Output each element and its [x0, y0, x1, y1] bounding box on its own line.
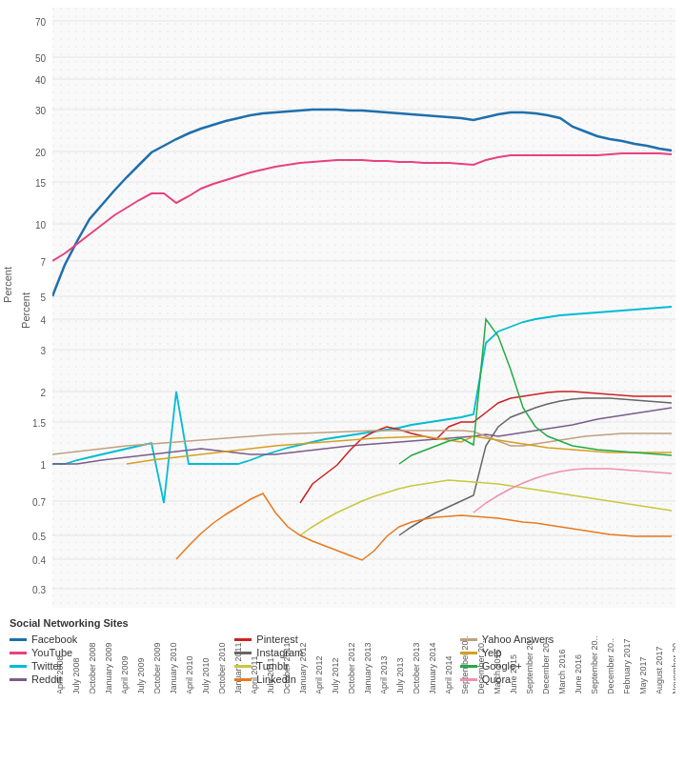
youtube-label: YouTube	[31, 647, 72, 658]
legend-item-yahoo: Yahoo Answers	[460, 633, 675, 645]
youtube-color	[10, 652, 27, 654]
yahoo-color	[460, 638, 477, 641]
legend-item-linkedin: LinkedIn	[234, 673, 450, 685]
facebook-label: Facebook	[31, 633, 77, 645]
instagram-label: Instagram	[256, 647, 303, 658]
googleplus-label: Google+	[482, 660, 522, 672]
y-axis-ticks: 70 50 40 30 20 15 10 7 5 4 3 2 1.5 1 0.7…	[0, 8, 50, 608]
yahoo-label: Yahoo Answers	[482, 633, 554, 645]
pinterest-color	[234, 638, 252, 641]
legend-item-quora: Quora	[460, 673, 675, 685]
yelp-label: Yelp	[482, 647, 502, 658]
pinterest-label: Pinterest	[256, 633, 297, 645]
tumblr-color	[234, 665, 252, 668]
twitter-color	[10, 665, 27, 668]
legend-item-instagram: Instagram	[234, 647, 450, 658]
chart-area	[52, 8, 675, 608]
legend-area: Social Networking Sites Facebook Pintere…	[10, 617, 675, 779]
reddit-label: Reddit	[31, 673, 62, 685]
legend-item-facebook: Facebook	[10, 633, 225, 645]
legend-item-youtube: YouTube	[10, 647, 225, 658]
legend-item-yelp: Yelp	[460, 647, 675, 658]
facebook-color	[10, 638, 27, 641]
instagram-color	[234, 652, 252, 654]
twitter-label: Twitter	[31, 660, 62, 672]
quora-label: Quora	[482, 673, 512, 685]
googleplus-color	[460, 665, 477, 668]
legend-item-reddit: Reddit	[10, 673, 225, 685]
legend-item-twitter: Twitter	[10, 660, 225, 672]
linkedin-color	[234, 678, 252, 681]
linkedin-label: LinkedIn	[256, 673, 296, 685]
legend-item-googleplus: Google+	[460, 660, 675, 672]
reddit-color	[10, 678, 27, 681]
legend-title: Social Networking Sites	[10, 617, 675, 629]
percent-label: Percent	[2, 267, 13, 303]
legend-item-tumblr: Tumblr	[234, 660, 450, 672]
chart-svg	[52, 8, 675, 608]
svg-rect-1	[52, 8, 675, 608]
chart-container: Percent	[0, 0, 685, 784]
tumblr-label: Tumblr	[256, 660, 289, 672]
legend-grid: Facebook Pinterest Yahoo Answers YouTube…	[10, 633, 675, 685]
quora-color	[460, 678, 477, 681]
yelp-color	[460, 652, 477, 654]
legend-item-pinterest: Pinterest	[234, 633, 450, 645]
